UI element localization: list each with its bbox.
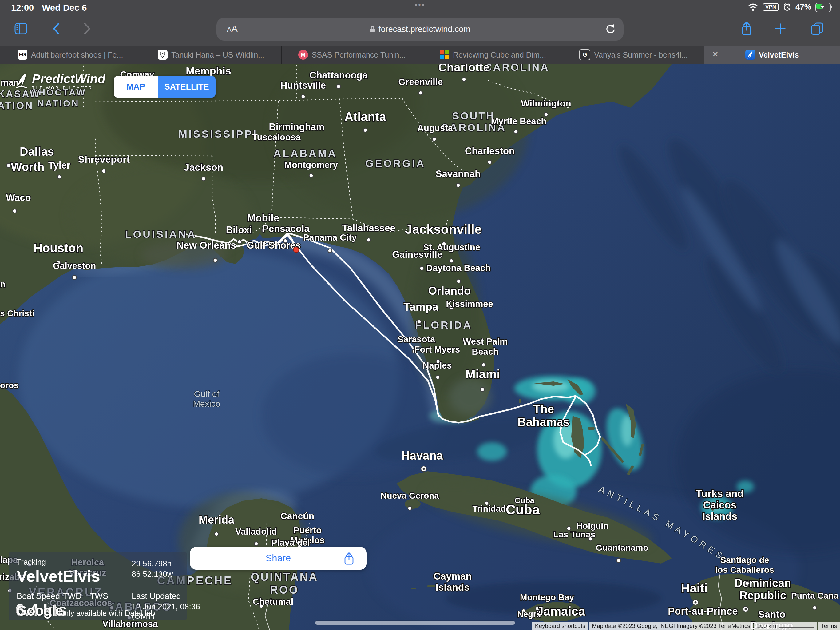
map-label: Dallas [20,145,54,158]
city-dot [238,240,242,244]
forward-button[interactable] [78,19,96,39]
tab-vanyas-summer[interactable]: G Vanya's Summer - bens4l... [563,46,704,64]
city-dot [462,78,466,82]
vessel-name: VelvetElvis [17,567,100,586]
map-label: Merida [199,513,235,526]
safari-chrome: 12:00 Wed Dec 6 ••• VPN 47% [0,0,840,46]
map-label: Chattanooga [309,70,368,81]
satellite-button[interactable]: SATELLITE [158,76,216,98]
map-label: Holguin [576,521,608,531]
map-label: Sarasota [398,334,435,344]
city-dot [7,164,11,168]
map-button[interactable]: MAP [114,76,158,98]
keyboard-shortcuts-link[interactable]: Keyboard shortcuts [532,622,589,630]
latitude-value: 29 56.798n [132,559,172,568]
city-dot [617,559,621,563]
city-dot [408,507,412,510]
map-label: Daytona Beach [426,263,491,273]
map-label: Montgomery [284,160,338,170]
map-label: Gainesville [392,249,442,260]
battery-percent: 47% [796,2,812,12]
close-tab-icon[interactable]: ✕ [712,50,718,59]
toolbar-share-button[interactable] [738,19,755,39]
city-dot [254,542,258,546]
back-button[interactable] [47,19,65,39]
sidebar-toggle-button[interactable] [12,19,30,39]
sidebar-icon [14,22,28,35]
chevron-left-icon [50,22,62,36]
map-label: New Orleans [177,240,236,251]
city-dot [102,169,106,173]
map-canvas[interactable]: ANTILLAS MAYORES MISSISSIPPIALABAMAGEORG… [0,64,840,630]
map-label: FLORIDA [415,319,472,331]
city-dot [73,275,77,280]
map-label: Orlando [428,285,471,297]
horizontal-scrollbar[interactable] [315,621,515,625]
map-label: Myrtle Beach [491,116,547,126]
share-button[interactable]: Share [190,547,366,570]
reload-button[interactable] [605,23,616,36]
address-bar[interactable]: AA forecast.predictwind.com [216,18,624,41]
chevron-right-icon [81,22,93,36]
share-icon [343,552,355,566]
url-text: forecast.predictwind.com [379,25,471,34]
map-label: Punta Cana [791,591,838,600]
city-dot [420,266,424,271]
city-dot [367,238,371,242]
map-label: Chetumal [253,597,293,606]
city-dot [202,177,206,181]
timezone-note: (GMT) [132,611,155,621]
g-favicon: G [579,49,591,60]
city-dot [419,91,423,95]
map-label: Kissimmee [446,299,493,309]
map-label: Nueva Gerona [381,491,439,500]
new-tab-button[interactable] [772,19,789,39]
map-label: Tyler [48,160,70,171]
vpn-badge: VPN [763,3,779,11]
map-attribution-bar: Keyboard shortcuts Map data ©2023 Google… [531,622,840,630]
share-label: Share [190,547,366,570]
city-dot [813,606,817,610]
longitude-value: 86 52.130w [132,570,173,579]
map-label: Huntsville [280,80,326,91]
terms-link[interactable]: Terms [818,622,840,630]
map-label: Tallahassee [342,223,395,233]
plus-icon [773,22,788,36]
predictwind-favicon [745,50,755,60]
map-label: GEORGIA [365,157,426,169]
current-position-dot[interactable] [293,247,299,253]
logo-subtitle: THE WORLD LEADER [32,85,106,90]
map-label: Haiti [681,581,708,595]
tracking-heading: Tracking [17,558,46,567]
map-label: Valladolid [235,527,277,537]
tab-velvetelvis-active[interactable]: ✕ VelvetElvis [704,46,840,64]
city-dot [589,537,592,541]
city-dot [457,279,461,283]
map-label: Cancún [280,511,314,521]
map-label: n [0,279,6,289]
map-label: Naples [422,361,452,370]
map-label: Gulf ofMexico [193,389,221,408]
tab-adult-barefoot-shoes[interactable]: FG Adult barefoot shoes | Fe... [0,46,141,64]
map-label: Shreveport [78,154,130,165]
tab-reviewing-cube[interactable]: Reviewing Cube and Dim... [422,46,563,64]
map-label: Tampa [403,301,439,313]
map-type-toggle: MAP SATELLITE [114,76,216,98]
tab-ssas-performance[interactable]: M SSAS Performance Tunin... [282,46,422,64]
city-dot [514,130,518,134]
map-label: Charlotte [439,64,490,74]
map-label: Cuba [506,502,540,517]
map-label: Jamaica [537,605,586,618]
city-dot [745,581,749,586]
city-dot [213,258,217,263]
map-label: Wilmington [521,98,571,108]
map-label: Tuscaloosa [252,132,301,142]
map-data-credit: Map data ©2023 Google, INEGI Imagery ©20… [589,622,753,630]
map-label: Atlanta [344,110,386,123]
tab-overview-button[interactable] [808,19,826,39]
city-dot [432,137,436,141]
map-label: Jackson [184,162,223,173]
city-dot [488,160,492,164]
tab-tanuki-hana[interactable]: Tanuki Hana – US Wildlin... [141,46,282,64]
map-label: Trinidad [472,504,506,513]
